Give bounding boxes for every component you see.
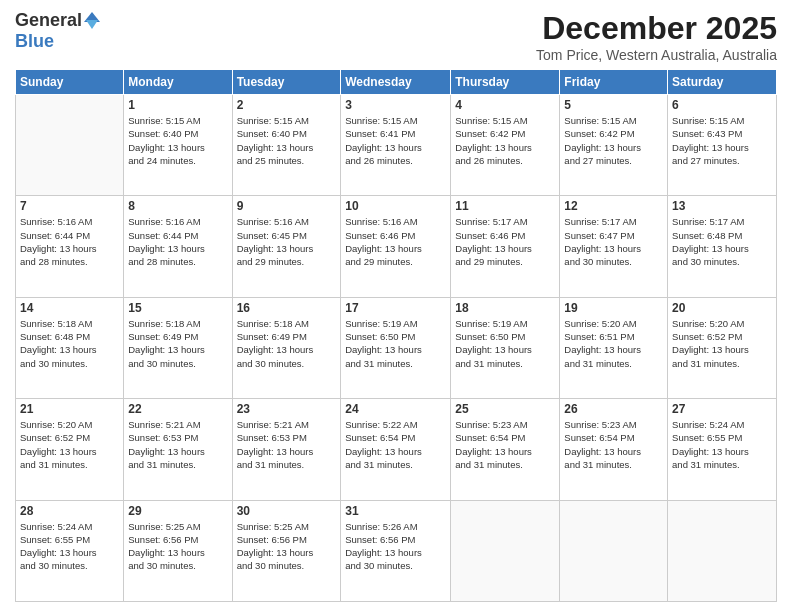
week-row-4: 28Sunrise: 5:24 AM Sunset: 6:55 PM Dayli… (16, 500, 777, 601)
day-number: 28 (20, 504, 119, 518)
title-block: December 2025 Tom Price, Western Austral… (536, 10, 777, 63)
week-row-2: 14Sunrise: 5:18 AM Sunset: 6:48 PM Dayli… (16, 297, 777, 398)
day-cell: 11Sunrise: 5:17 AM Sunset: 6:46 PM Dayli… (451, 196, 560, 297)
day-info: Sunrise: 5:20 AM Sunset: 6:52 PM Dayligh… (672, 317, 772, 370)
day-info: Sunrise: 5:16 AM Sunset: 6:46 PM Dayligh… (345, 215, 446, 268)
calendar-page: General Blue December 2025 Tom Price, We… (0, 0, 792, 612)
day-cell (451, 500, 560, 601)
day-info: Sunrise: 5:20 AM Sunset: 6:52 PM Dayligh… (20, 418, 119, 471)
day-cell: 24Sunrise: 5:22 AM Sunset: 6:54 PM Dayli… (341, 399, 451, 500)
day-info: Sunrise: 5:20 AM Sunset: 6:51 PM Dayligh… (564, 317, 663, 370)
day-number: 22 (128, 402, 227, 416)
month-title: December 2025 (536, 10, 777, 47)
week-row-3: 21Sunrise: 5:20 AM Sunset: 6:52 PM Dayli… (16, 399, 777, 500)
day-cell: 20Sunrise: 5:20 AM Sunset: 6:52 PM Dayli… (668, 297, 777, 398)
day-info: Sunrise: 5:24 AM Sunset: 6:55 PM Dayligh… (20, 520, 119, 573)
day-cell: 1Sunrise: 5:15 AM Sunset: 6:40 PM Daylig… (124, 95, 232, 196)
day-number: 13 (672, 199, 772, 213)
day-cell: 28Sunrise: 5:24 AM Sunset: 6:55 PM Dayli… (16, 500, 124, 601)
day-info: Sunrise: 5:15 AM Sunset: 6:40 PM Dayligh… (128, 114, 227, 167)
day-number: 24 (345, 402, 446, 416)
day-cell: 19Sunrise: 5:20 AM Sunset: 6:51 PM Dayli… (560, 297, 668, 398)
week-row-0: 1Sunrise: 5:15 AM Sunset: 6:40 PM Daylig… (16, 95, 777, 196)
day-number: 4 (455, 98, 555, 112)
day-cell: 10Sunrise: 5:16 AM Sunset: 6:46 PM Dayli… (341, 196, 451, 297)
day-cell: 8Sunrise: 5:16 AM Sunset: 6:44 PM Daylig… (124, 196, 232, 297)
day-info: Sunrise: 5:25 AM Sunset: 6:56 PM Dayligh… (128, 520, 227, 573)
day-cell: 7Sunrise: 5:16 AM Sunset: 6:44 PM Daylig… (16, 196, 124, 297)
day-cell: 18Sunrise: 5:19 AM Sunset: 6:50 PM Dayli… (451, 297, 560, 398)
day-cell: 31Sunrise: 5:26 AM Sunset: 6:56 PM Dayli… (341, 500, 451, 601)
day-info: Sunrise: 5:18 AM Sunset: 6:49 PM Dayligh… (128, 317, 227, 370)
day-info: Sunrise: 5:15 AM Sunset: 6:40 PM Dayligh… (237, 114, 337, 167)
day-cell: 30Sunrise: 5:25 AM Sunset: 6:56 PM Dayli… (232, 500, 341, 601)
day-header-saturday: Saturday (668, 70, 777, 95)
day-header-friday: Friday (560, 70, 668, 95)
day-cell: 6Sunrise: 5:15 AM Sunset: 6:43 PM Daylig… (668, 95, 777, 196)
day-info: Sunrise: 5:15 AM Sunset: 6:42 PM Dayligh… (455, 114, 555, 167)
day-info: Sunrise: 5:19 AM Sunset: 6:50 PM Dayligh… (455, 317, 555, 370)
day-cell: 5Sunrise: 5:15 AM Sunset: 6:42 PM Daylig… (560, 95, 668, 196)
day-cell: 21Sunrise: 5:20 AM Sunset: 6:52 PM Dayli… (16, 399, 124, 500)
day-number: 29 (128, 504, 227, 518)
day-number: 15 (128, 301, 227, 315)
day-info: Sunrise: 5:17 AM Sunset: 6:47 PM Dayligh… (564, 215, 663, 268)
day-number: 6 (672, 98, 772, 112)
day-cell: 29Sunrise: 5:25 AM Sunset: 6:56 PM Dayli… (124, 500, 232, 601)
day-cell (16, 95, 124, 196)
day-header-wednesday: Wednesday (341, 70, 451, 95)
day-number: 17 (345, 301, 446, 315)
logo: General Blue (15, 10, 100, 52)
logo-blue: Blue (15, 31, 54, 51)
day-number: 5 (564, 98, 663, 112)
day-number: 31 (345, 504, 446, 518)
day-info: Sunrise: 5:22 AM Sunset: 6:54 PM Dayligh… (345, 418, 446, 471)
day-number: 3 (345, 98, 446, 112)
day-cell: 4Sunrise: 5:15 AM Sunset: 6:42 PM Daylig… (451, 95, 560, 196)
day-info: Sunrise: 5:18 AM Sunset: 6:48 PM Dayligh… (20, 317, 119, 370)
day-number: 30 (237, 504, 337, 518)
day-cell (560, 500, 668, 601)
day-number: 21 (20, 402, 119, 416)
day-cell: 27Sunrise: 5:24 AM Sunset: 6:55 PM Dayli… (668, 399, 777, 500)
day-number: 25 (455, 402, 555, 416)
day-cell: 25Sunrise: 5:23 AM Sunset: 6:54 PM Dayli… (451, 399, 560, 500)
day-header-monday: Monday (124, 70, 232, 95)
day-info: Sunrise: 5:16 AM Sunset: 6:44 PM Dayligh… (128, 215, 227, 268)
day-number: 10 (345, 199, 446, 213)
day-cell (668, 500, 777, 601)
day-cell: 14Sunrise: 5:18 AM Sunset: 6:48 PM Dayli… (16, 297, 124, 398)
day-cell: 3Sunrise: 5:15 AM Sunset: 6:41 PM Daylig… (341, 95, 451, 196)
day-number: 18 (455, 301, 555, 315)
day-cell: 13Sunrise: 5:17 AM Sunset: 6:48 PM Dayli… (668, 196, 777, 297)
day-cell: 17Sunrise: 5:19 AM Sunset: 6:50 PM Dayli… (341, 297, 451, 398)
day-number: 16 (237, 301, 337, 315)
day-info: Sunrise: 5:21 AM Sunset: 6:53 PM Dayligh… (237, 418, 337, 471)
day-info: Sunrise: 5:16 AM Sunset: 6:44 PM Dayligh… (20, 215, 119, 268)
day-cell: 26Sunrise: 5:23 AM Sunset: 6:54 PM Dayli… (560, 399, 668, 500)
days-header-row: SundayMondayTuesdayWednesdayThursdayFrid… (16, 70, 777, 95)
day-number: 26 (564, 402, 663, 416)
day-number: 20 (672, 301, 772, 315)
day-number: 7 (20, 199, 119, 213)
day-header-sunday: Sunday (16, 70, 124, 95)
day-info: Sunrise: 5:19 AM Sunset: 6:50 PM Dayligh… (345, 317, 446, 370)
day-header-thursday: Thursday (451, 70, 560, 95)
day-cell: 9Sunrise: 5:16 AM Sunset: 6:45 PM Daylig… (232, 196, 341, 297)
day-cell: 2Sunrise: 5:15 AM Sunset: 6:40 PM Daylig… (232, 95, 341, 196)
day-cell: 22Sunrise: 5:21 AM Sunset: 6:53 PM Dayli… (124, 399, 232, 500)
day-info: Sunrise: 5:17 AM Sunset: 6:48 PM Dayligh… (672, 215, 772, 268)
day-cell: 12Sunrise: 5:17 AM Sunset: 6:47 PM Dayli… (560, 196, 668, 297)
day-number: 14 (20, 301, 119, 315)
day-number: 23 (237, 402, 337, 416)
day-cell: 16Sunrise: 5:18 AM Sunset: 6:49 PM Dayli… (232, 297, 341, 398)
day-info: Sunrise: 5:25 AM Sunset: 6:56 PM Dayligh… (237, 520, 337, 573)
day-cell: 23Sunrise: 5:21 AM Sunset: 6:53 PM Dayli… (232, 399, 341, 500)
header: General Blue December 2025 Tom Price, We… (15, 10, 777, 63)
subtitle: Tom Price, Western Australia, Australia (536, 47, 777, 63)
day-info: Sunrise: 5:24 AM Sunset: 6:55 PM Dayligh… (672, 418, 772, 471)
day-info: Sunrise: 5:15 AM Sunset: 6:42 PM Dayligh… (564, 114, 663, 167)
day-header-tuesday: Tuesday (232, 70, 341, 95)
day-number: 8 (128, 199, 227, 213)
day-info: Sunrise: 5:17 AM Sunset: 6:46 PM Dayligh… (455, 215, 555, 268)
